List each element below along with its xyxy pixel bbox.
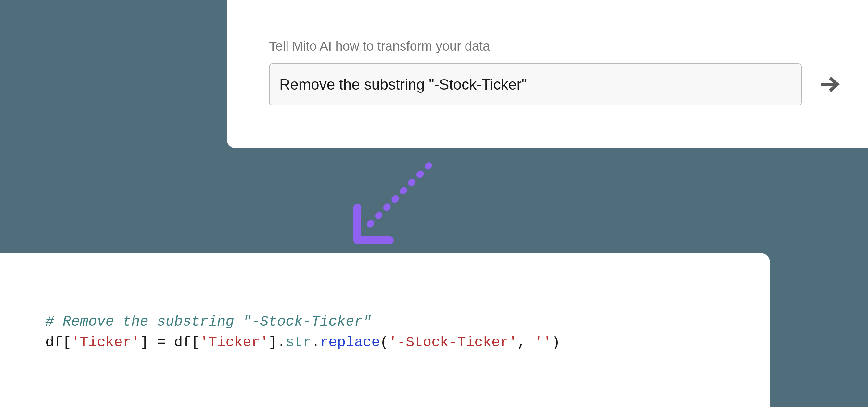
prompt-input[interactable] bbox=[269, 63, 802, 105]
prompt-input-row bbox=[269, 63, 839, 105]
code-attr: str bbox=[285, 334, 311, 350]
code-method: replace bbox=[320, 334, 380, 350]
prompt-label: Tell Mito AI how to transform your data bbox=[269, 39, 839, 54]
arrow-right-icon bbox=[818, 73, 840, 95]
code-token: ] = df[ bbox=[140, 334, 200, 350]
code-comment: # Remove the substring "-Stock-Ticker" bbox=[45, 313, 371, 330]
ai-prompt-card: Tell Mito AI how to transform your data bbox=[227, 0, 868, 148]
connector-arrow-icon bbox=[348, 159, 435, 250]
code-block: # Remove the substring "-Stock-Ticker" d… bbox=[45, 312, 770, 353]
code-token: ( bbox=[380, 334, 389, 350]
code-string: 'Ticker' bbox=[71, 334, 140, 350]
code-token: . bbox=[312, 334, 320, 350]
svg-line-1 bbox=[364, 166, 429, 231]
code-output-card: # Remove the substring "-Stock-Ticker" d… bbox=[0, 253, 770, 407]
code-token: df[ bbox=[45, 334, 71, 350]
code-token: , bbox=[517, 334, 534, 350]
code-string: 'Ticker' bbox=[200, 334, 268, 350]
code-string: '-Stock-Ticker' bbox=[389, 334, 517, 350]
submit-button[interactable] bbox=[815, 70, 843, 99]
code-token: ]. bbox=[269, 334, 286, 350]
code-token: ) bbox=[552, 334, 560, 350]
code-string: '' bbox=[534, 334, 552, 350]
